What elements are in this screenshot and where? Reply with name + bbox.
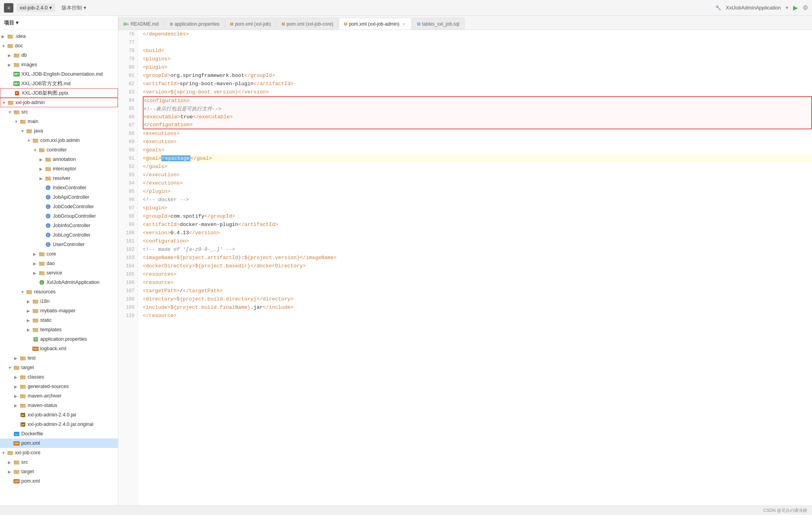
sidebar-item-JobApiController[interactable]: CJobApiController <box>0 192 118 202</box>
tree-arrow-idea[interactable]: ▶ <box>2 34 7 39</box>
tree-arrow-maven-status[interactable]: ▶ <box>14 403 20 408</box>
run-button[interactable]: ▶ <box>793 4 798 11</box>
vcs-selector[interactable]: 版本控制 ▾ <box>58 3 90 13</box>
sidebar-item-classes[interactable]: ▶classes <box>0 372 118 382</box>
tab-pom-xxljob-admin[interactable]: Mpom.xml (xxl-job-admin)× <box>339 18 411 30</box>
tree-arrow-resolver[interactable]: ▶ <box>39 176 45 181</box>
sidebar-item-XxlJobAdminApplication[interactable]: CXxlJobAdminApplication <box>0 278 118 287</box>
sidebar-item-xxl-job-en-doc[interactable]: M+XXL-JOB-English-Documentation.md <box>0 69 118 79</box>
tree-arrow-static[interactable]: ▶ <box>27 318 32 323</box>
tree-arrow-main[interactable]: ▼ <box>14 119 20 124</box>
tab-app-props[interactable]: ⚙application.properties <box>164 18 225 30</box>
sidebar-item-target[interactable]: ▼target <box>0 363 118 372</box>
sidebar-item-xxl-job-admin-2.4.0.jar.original[interactable]: jarxxl-job-admin-2.4.0.jar.original <box>0 420 118 429</box>
sidebar-item-generated-sources[interactable]: ▶generated-sources <box>0 382 118 391</box>
sidebar-item-xxl-job-admin[interactable]: ▼xxl-job-admin <box>0 98 118 107</box>
sidebar-item-xxl-job-cn-doc[interactable]: M+XXL-JOB官方文档.md <box>0 79 118 88</box>
tree-arrow-test[interactable]: ▶ <box>14 356 20 360</box>
tree-icon-images <box>13 62 20 68</box>
tree-arrow-db[interactable]: ▶ <box>8 53 13 58</box>
tab-tables-sql[interactable]: Mtables_xxl_job.sql <box>412 18 465 30</box>
sidebar-item-test[interactable]: ▶test <box>0 353 118 363</box>
run-config-name[interactable]: XxlJobAdminApplication <box>726 5 781 11</box>
sidebar-item-IndexController[interactable]: CIndexController <box>0 183 118 192</box>
tree-arrow-service[interactable]: ▶ <box>33 271 39 275</box>
tree-arrow-core[interactable]: ▶ <box>33 252 39 256</box>
tree-icon-service <box>39 270 45 276</box>
tree-arrow-classes[interactable]: ▶ <box>14 375 20 379</box>
sidebar-item-dao[interactable]: ▶dao <box>0 259 118 268</box>
line-number-105: 105 <box>118 270 134 278</box>
tree-arrow-interceptor[interactable]: ▶ <box>39 167 45 171</box>
tab-close-pom-xxljob-admin[interactable]: × <box>401 21 407 27</box>
tab-readme[interactable]: M+README.md <box>118 18 164 30</box>
tree-arrow-xxl-job-core-target[interactable]: ▶ <box>8 470 13 474</box>
sidebar-item-controller[interactable]: ▼controller <box>0 145 118 155</box>
sidebar-item-doc[interactable]: ▼doc <box>0 41 118 50</box>
tree-arrow-maven-archiver[interactable]: ▶ <box>14 394 20 398</box>
sidebar-item-maven-status[interactable]: ▶maven-status <box>0 401 118 410</box>
code-area[interactable]: </dependencies> <build> <plugins> <plugi… <box>138 30 812 506</box>
sidebar-item-core[interactable]: ▶core <box>0 249 118 259</box>
sidebar-header[interactable]: 项目 ▾ <box>0 16 118 30</box>
sidebar-item-service[interactable]: ▶service <box>0 268 118 278</box>
sidebar-item-i18n[interactable]: ▶i18n <box>0 297 118 306</box>
sidebar-item-main[interactable]: ▼main <box>0 117 118 126</box>
svg-rect-65 <box>20 385 22 386</box>
sidebar-item-mybatis-mapper[interactable]: ▶mybatis-mapper <box>0 306 118 315</box>
sidebar-item-static[interactable]: ▶static <box>0 315 118 325</box>
sidebar-item-xxl-job-core-pom[interactable]: </>pom.xml <box>0 476 118 486</box>
project-selector[interactable]: xxl-job-2.4.0 ▾ <box>17 4 55 12</box>
sidebar-item-templates[interactable]: ▶templates <box>0 325 118 334</box>
sidebar-item-resources[interactable]: ▼resources <box>0 287 118 297</box>
sidebar-item-images[interactable]: ▶images <box>0 60 118 69</box>
sidebar-item-src[interactable]: ▼src <box>0 107 118 117</box>
sidebar-item-interceptor[interactable]: ▶interceptor <box>0 164 118 174</box>
sidebar-item-com.xxl.job.admin[interactable]: ▼com.xxl.job.admin <box>0 136 118 145</box>
sidebar-item-logback.xml[interactable]: </>logback.xml <box>0 344 118 353</box>
sidebar-item-JobLogController[interactable]: CJobLogController <box>0 230 118 240</box>
sidebar-item-idea[interactable]: ▶.idea <box>0 32 118 41</box>
tree-arrow-java[interactable]: ▼ <box>21 129 26 133</box>
sidebar-item-UserController[interactable]: CUserController <box>0 240 118 249</box>
tree-arrow-target[interactable]: ▼ <box>8 366 13 370</box>
sidebar-item-xxl-job-admin-2.4.0.jar[interactable]: jarxxl-job-admin-2.4.0.jar <box>0 410 118 420</box>
vcs-dropdown-icon: ▾ <box>84 5 86 11</box>
sidebar-item-maven-archiver[interactable]: ▶maven-archiver <box>0 391 118 401</box>
tree-arrow-xxl-job-core[interactable]: ▼ <box>2 451 7 455</box>
sidebar-item-Dockerfile[interactable]: 🐳Dockerfile <box>0 429 118 438</box>
tab-pom-xxljob[interactable]: Mpom.xml (xxl-job) <box>225 18 276 30</box>
sidebar-item-JobGroupController[interactable]: CJobGroupController <box>0 211 118 221</box>
settings-button[interactable]: ⚙ <box>803 4 808 11</box>
tree-arrow-templates[interactable]: ▶ <box>27 328 32 332</box>
sidebar-item-JobInfoController[interactable]: CJobInfoController <box>0 221 118 230</box>
tree-arrow-controller[interactable]: ▼ <box>33 148 39 152</box>
tree-arrow-doc[interactable]: ▼ <box>2 44 7 48</box>
sidebar-item-annotation[interactable]: ▶annotation <box>0 155 118 164</box>
code-line-78: <build> <box>143 47 812 55</box>
sidebar-item-java[interactable]: ▼java <box>0 126 118 136</box>
tree-arrow-src[interactable]: ▼ <box>8 110 13 114</box>
sidebar-item-xxl-job-core-src[interactable]: ▶src <box>0 457 118 467</box>
tree-arrow-xxl-job-admin[interactable]: ▼ <box>2 101 7 105</box>
sidebar-tree[interactable]: ▶.idea▼doc▶db▶images M+XXL-JOB-English-D… <box>0 30 118 506</box>
run-config-dropdown-icon[interactable]: ▾ <box>786 5 788 11</box>
sidebar-item-xxl-job-core-target[interactable]: ▶target <box>0 467 118 476</box>
sidebar-item-JobCodeController[interactable]: CJobCodeController <box>0 202 118 211</box>
sidebar-item-xxl-job-core[interactable]: ▼xxl-job-core <box>0 448 118 457</box>
tree-arrow-dao[interactable]: ▶ <box>33 261 39 266</box>
tab-pom-xxljob-core[interactable]: Mpom.xml (xxl-job-core) <box>276 18 338 30</box>
tree-arrow-mybatis-mapper[interactable]: ▶ <box>27 309 32 313</box>
tree-arrow-images[interactable]: ▶ <box>8 63 13 67</box>
sidebar-item-application.properties[interactable]: ⚙application.properties <box>0 334 118 344</box>
sidebar-item-resolver[interactable]: ▶resolver <box>0 174 118 183</box>
sidebar-item-db[interactable]: ▶db <box>0 50 118 60</box>
tree-arrow-com.xxl.job.admin[interactable]: ▼ <box>27 138 32 143</box>
tree-arrow-i18n[interactable]: ▶ <box>27 299 32 304</box>
tree-arrow-xxl-job-core-src[interactable]: ▶ <box>8 460 13 465</box>
sidebar-item-xxl-job-pptx[interactable]: PXXL-JOB架构图.pptx <box>0 88 118 98</box>
tree-arrow-generated-sources[interactable]: ▶ <box>14 384 20 389</box>
sidebar-item-pom.xml[interactable]: </>pom.xml <box>0 438 118 448</box>
tree-arrow-resources[interactable]: ▼ <box>21 290 26 294</box>
tree-arrow-annotation[interactable]: ▶ <box>39 157 45 162</box>
